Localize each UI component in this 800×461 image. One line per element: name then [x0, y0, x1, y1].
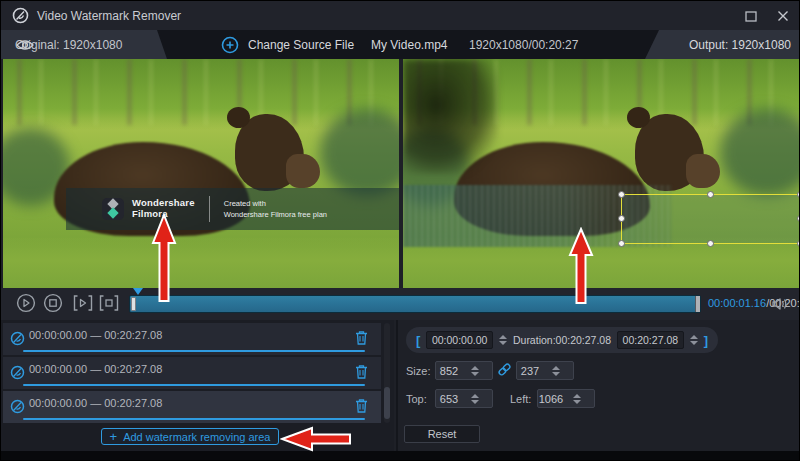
area-range-slider[interactable]	[23, 384, 365, 386]
add-area-label: Add watermark removing area	[123, 431, 270, 443]
resolution-duration: 1920x1080/00:20:27	[469, 38, 578, 52]
watermark-remover-icon	[10, 399, 25, 414]
filmora-watermark: Wondershare Filmora Created with Wonders…	[66, 188, 399, 229]
start-time-input[interactable]: 00:00:00.00	[426, 331, 493, 349]
link-dimensions-icon[interactable]	[497, 362, 512, 377]
removed-watermark-smudge	[403, 59, 498, 174]
annotation-arrow-add-button	[280, 425, 352, 453]
play-segment-button[interactable]	[72, 293, 92, 313]
top-stepper[interactable]	[462, 394, 492, 404]
timeline-start-handle[interactable]	[131, 297, 136, 311]
top-input[interactable]: 653	[435, 389, 493, 408]
volume-icon[interactable]	[771, 296, 789, 312]
size-width-input[interactable]: 852	[435, 361, 493, 380]
change-source-file-label: Change Source File	[248, 38, 354, 52]
watermark-selection-box[interactable]	[621, 194, 799, 244]
watermark-remover-icon	[10, 365, 25, 380]
area-range-slider[interactable]	[23, 350, 365, 352]
app-window: Video Watermark Remover Original: 1920x1…	[0, 0, 800, 461]
size-height-stepper[interactable]	[543, 366, 573, 376]
selection-handle[interactable]	[618, 240, 625, 247]
list-scrollbar[interactable]	[384, 323, 390, 423]
playhead-marker[interactable]	[133, 288, 143, 295]
output-resolution-label: Output: 1920x1080	[689, 38, 791, 52]
trash-icon[interactable]	[355, 364, 368, 379]
watermark-area-row[interactable]: 00:00:00.00 — 00:20:27.08	[3, 323, 381, 355]
window-title: Video Watermark Remover	[37, 9, 181, 23]
time-range-group: [ 00:00:00.00 Duration:00:20:27.08 00:20…	[406, 327, 718, 353]
plus-circle-icon	[221, 36, 239, 54]
watermark-divider	[209, 196, 210, 222]
stop-segment-button[interactable]	[98, 293, 118, 313]
eye-preview-icon[interactable]	[15, 38, 35, 52]
filmora-logo-icon	[102, 198, 124, 220]
selection-handle[interactable]	[797, 240, 799, 247]
duration-label: Duration:00:20:27.08	[513, 334, 611, 346]
end-time-stepper[interactable]	[690, 335, 698, 345]
change-source-file-button[interactable]: Change Source File	[221, 34, 354, 56]
left-stepper[interactable]	[564, 394, 594, 404]
set-end-bracket-button[interactable]: ]	[704, 333, 708, 348]
left-label: Left:	[510, 393, 531, 405]
app-logo-icon	[12, 7, 29, 24]
timeline-end-handle[interactable]	[695, 296, 700, 312]
selection-handle[interactable]	[707, 240, 714, 247]
selection-handle[interactable]	[618, 191, 625, 198]
playback-bar: 00:00:01.16/00:20:27.08	[1, 288, 800, 320]
maximize-icon[interactable]	[743, 8, 759, 24]
toolbar: Original: 1920x1080 Change Source File M…	[1, 30, 800, 59]
watermark-plan-text: Created with Wondershare Filmora free pl…	[224, 198, 327, 220]
watermark-remover-icon	[10, 331, 25, 346]
area-time-range: 00:00:00.00 — 00:20:27.08	[29, 397, 162, 409]
watermark-area-row-selected[interactable]: 00:00:00.00 — 00:20:27.08	[3, 391, 381, 423]
left-input[interactable]: 1066	[537, 389, 595, 408]
timeline-slider[interactable]	[129, 295, 701, 313]
size-width-stepper[interactable]	[462, 366, 492, 376]
stepper-up-icon	[690, 335, 698, 339]
end-time-input[interactable]: 00:20:27.08	[617, 331, 684, 349]
video-scene	[3, 59, 399, 288]
selection-handle[interactable]	[618, 215, 625, 222]
stop-button[interactable]	[43, 293, 63, 313]
selection-handle[interactable]	[707, 191, 714, 198]
original-resolution-tab: Original: 1920x1080	[1, 30, 167, 59]
bear-subject	[54, 114, 311, 256]
output-video-preview[interactable]	[403, 59, 799, 288]
stepper-down-icon	[499, 341, 507, 345]
stepper-down-icon	[690, 341, 698, 345]
set-start-bracket-button[interactable]: [	[416, 333, 420, 348]
stepper-up-icon	[499, 335, 507, 339]
size-height-input[interactable]: 237	[516, 361, 574, 380]
trash-icon[interactable]	[355, 330, 368, 345]
original-video-preview[interactable]: Wondershare Filmora Created with Wonders…	[3, 59, 399, 288]
reset-button[interactable]: Reset	[404, 425, 480, 443]
scrollbar-thumb[interactable]	[384, 387, 390, 419]
area-range-slider[interactable]	[23, 418, 365, 420]
selection-handle[interactable]	[797, 191, 799, 198]
top-label: Top:	[406, 393, 427, 405]
title-bar: Video Watermark Remover	[1, 1, 800, 30]
bottom-strip	[1, 451, 800, 461]
annotation-arrow-left-watermark	[151, 213, 177, 303]
video-filename: My Video.mp4	[371, 38, 447, 52]
play-button[interactable]	[16, 293, 36, 313]
watermark-area-row[interactable]: 00:00:00.00 — 00:20:27.08	[3, 357, 381, 389]
area-time-range: 00:00:00.00 — 00:20:27.08	[29, 329, 162, 341]
current-time: 00:00:01.16	[708, 297, 766, 309]
plus-icon: +	[110, 431, 118, 442]
area-time-range: 00:00:00.00 — 00:20:27.08	[29, 363, 162, 375]
selection-handle[interactable]	[797, 215, 799, 222]
start-time-stepper[interactable]	[499, 335, 507, 345]
close-icon[interactable]	[775, 8, 791, 24]
add-watermark-area-button[interactable]: + Add watermark removing area	[101, 428, 279, 445]
output-resolution-tab: Output: 1920x1080	[645, 30, 800, 59]
trash-icon[interactable]	[355, 398, 368, 413]
size-label: Size:	[406, 365, 430, 377]
annotation-arrow-right-watermark	[568, 227, 594, 305]
